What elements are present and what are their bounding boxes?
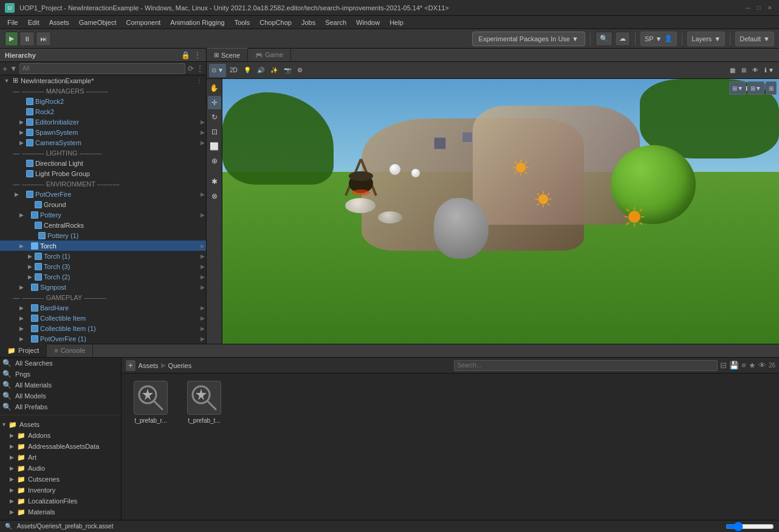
root-expand-arrow[interactable]: ▼ [2, 77, 11, 85]
editorinit-expand[interactable]: ▶ [17, 118, 26, 126]
hierarchy-item-editorinit[interactable]: ▶ EditorInitializer ▶ [0, 117, 206, 127]
maximize-button[interactable]: □ [755, 4, 763, 12]
cloud-button[interactable]: ☁ [615, 32, 630, 46]
collapse-icon[interactable]: ⊟ [720, 361, 727, 370]
grid-settings-button[interactable]: ▦ [727, 64, 738, 77]
audio-button[interactable]: 🔊 [255, 64, 267, 77]
torch2-expand[interactable]: ▶ [26, 273, 34, 281]
gizmos-button[interactable]: ⚙ [295, 64, 305, 77]
options-icon[interactable]: ⋮ [194, 51, 201, 60]
hierarchy-dropdown-button[interactable]: ▼ [10, 64, 17, 73]
hierarchy-search-input[interactable] [19, 63, 185, 74]
tab-scene[interactable]: ⊞ Scene [207, 48, 248, 61]
assets-expand-arrow[interactable]: ▼ [1, 421, 9, 428]
menu-assets[interactable]: Assets [44, 18, 74, 27]
addressable-expand-arrow[interactable]: ▶ [10, 443, 17, 449]
menu-gameobject[interactable]: GameObject [74, 18, 122, 27]
potoverfire-expand[interactable]: ▶ [12, 190, 21, 199]
hierarchy-item-camerasystem[interactable]: ▶ CameraSystem ▶ [0, 137, 206, 148]
star-icon[interactable]: ★ [749, 361, 756, 370]
menu-file[interactable]: File [2, 18, 23, 27]
hierarchy-item-torch[interactable]: ▶ Torch ▶ [0, 240, 206, 251]
tree-inventory[interactable]: ▶ 📁 Inventory [0, 485, 121, 496]
close-button[interactable]: ✕ [766, 4, 774, 12]
eye-proj-icon[interactable]: 👁 [758, 361, 766, 370]
inventory-expand-arrow[interactable]: ▶ [10, 487, 17, 493]
hierarchy-item-lightprobe[interactable]: Light Probe Group [0, 168, 206, 179]
hierarchy-item-torch3[interactable]: ▶ Torch (3) ▶ [0, 261, 206, 271]
torch-expand[interactable]: ▶ [17, 242, 26, 250]
pause-button[interactable]: ⏸ [19, 32, 35, 46]
zoom-slider[interactable] [726, 522, 774, 531]
potoverfire1-expand[interactable]: ▶ [17, 335, 26, 343]
menu-tools[interactable]: Tools [230, 18, 255, 27]
spawnsystem-expand[interactable]: ▶ [17, 128, 26, 137]
hierarchy-item-centralrocks[interactable]: CentralRocks [0, 220, 206, 230]
tool-custom[interactable]: ✱ [208, 175, 221, 188]
breadcrumb-queries[interactable]: Queries [168, 362, 192, 369]
hierarchy-item-bardhare[interactable]: ▶ BardHare ▶ [0, 302, 206, 313]
scene-info-button[interactable]: ℹ ▼ [762, 64, 777, 77]
menu-edit[interactable]: Edit [23, 18, 44, 27]
step-button[interactable]: ⏭ [36, 32, 51, 46]
search-button[interactable]: 🔍 [595, 32, 613, 46]
file-t-prefab-t[interactable]: t_prefab_t... [180, 378, 228, 426]
persp-button[interactable]: ⊙ ▼ [209, 64, 226, 77]
sp-dropdown[interactable]: SP ▼ 👤 [640, 32, 677, 46]
hierarchy-item-torch1[interactable]: ▶ Torch (1) ▶ [0, 251, 206, 261]
hierarchy-item-collectible[interactable]: ▶ Collectible Item ▶ [0, 313, 206, 323]
camerasystem-expand[interactable]: ▶ [17, 138, 26, 147]
menu-component[interactable]: Component [121, 18, 165, 27]
2d-button[interactable]: 2D [227, 64, 240, 77]
pottery-expand[interactable]: ▶ [17, 211, 26, 219]
tree-cutscenes[interactable]: ▶ 📁 Cutscenes [0, 474, 121, 485]
scene-viewport[interactable]: < Persp ⊞▼ ⊞▼ ⊞ [222, 79, 779, 344]
minimize-button[interactable]: — [744, 4, 752, 12]
save-icon[interactable]: 💾 [729, 361, 739, 370]
tool-move[interactable]: ✛ [208, 96, 221, 109]
bardhare-expand[interactable]: ▶ [17, 304, 26, 312]
hierarchy-item-rock2[interactable]: Rock2 [0, 106, 206, 117]
experimental-packages-button[interactable]: Experimental Packages In Use ▼ [472, 32, 585, 46]
tree-addressable[interactable]: ▶ 📁 AddressableAssetsData [0, 441, 121, 452]
light-button[interactable]: 💡 [241, 64, 253, 77]
menu-jobs[interactable]: Jobs [297, 18, 320, 27]
tree-art[interactable]: ▶ 📁 Art [0, 452, 121, 463]
gizmo-grid-btn[interactable]: ⊞▼ [729, 81, 746, 95]
search-all-materials[interactable]: 🔍 All Materials [0, 380, 121, 390]
fx-button[interactable]: ✨ [268, 64, 280, 77]
torch1-expand[interactable]: ▶ [26, 252, 34, 261]
tree-assets[interactable]: ▼ 📁 Assets [0, 419, 121, 430]
art-expand-arrow[interactable]: ▶ [10, 454, 17, 460]
hierarchy-root[interactable]: ▼ ⊞ NewInteractionExample* ⋮ [0, 75, 206, 86]
hierarchy-item-pottery1[interactable]: Pottery (1) [0, 230, 206, 240]
hierarchy-item-ground[interactable]: Ground [0, 199, 206, 210]
tool-scale[interactable]: ⊡ [208, 125, 221, 138]
tab-game[interactable]: 🎮 Game [248, 48, 291, 61]
hierarchy-item-signpost[interactable]: ▶ Signpost ▶ [0, 282, 206, 292]
addons-expand-arrow[interactable]: ▶ [10, 432, 17, 438]
signpost-expand[interactable]: ▶ [17, 283, 26, 292]
search-pngs[interactable]: 🔍 Pngs [0, 369, 121, 380]
menu-animation-rigging[interactable]: Animation Rigging [165, 18, 229, 27]
menu-help[interactable]: Help [385, 18, 408, 27]
hidden-objects-button[interactable]: 👁 [750, 64, 761, 77]
menu-chopchop[interactable]: ChopChop [255, 18, 297, 27]
hierarchy-item-torch2[interactable]: ▶ Torch (2) ▶ [0, 271, 206, 282]
materials-expand-arrow[interactable]: ▶ [10, 509, 17, 515]
tab-project[interactable]: 📁 Project [0, 344, 47, 357]
lock-icon[interactable]: 🔒 [181, 51, 190, 60]
root-options[interactable]: ⋮ [195, 77, 204, 85]
audio-expand-arrow[interactable]: ▶ [10, 465, 17, 471]
list-view-icon[interactable]: ≡ [741, 361, 746, 370]
add-asset-button[interactable]: + [125, 360, 136, 372]
gizmo-extra-btn[interactable]: ⊞ [766, 81, 777, 95]
breadcrumb-assets[interactable]: Assets [139, 362, 159, 369]
hierarchy-item-potoverfire[interactable]: ▶ PotOverFire ▶ [0, 189, 206, 199]
hierarchy-refresh-icon[interactable]: ⟳ [188, 64, 194, 73]
tree-localization[interactable]: ▶ 📁 LocalizationFiles [0, 496, 121, 506]
hierarchy-item-potoverfire1[interactable]: ▶ PotOverFire (1) ▶ [0, 333, 206, 344]
tool-hand[interactable]: ✋ [208, 81, 221, 95]
gizmo-align-btn[interactable]: ⊞▼ [747, 81, 764, 95]
search-all-searches[interactable]: 🔍 All Searches [0, 358, 121, 369]
